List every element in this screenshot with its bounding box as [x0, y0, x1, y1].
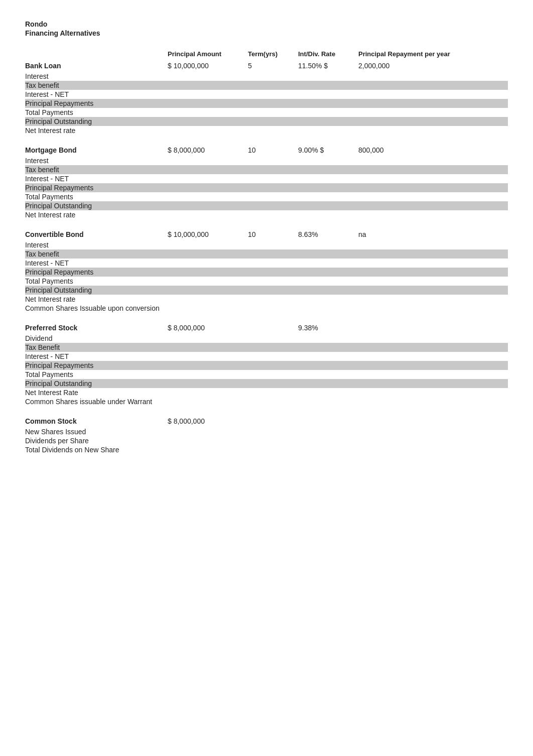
row-cell-mortgage-bond-5-0: [166, 201, 246, 210]
row-cell-mortgage-bond-1-2: [296, 165, 356, 174]
row-convertible-bond-5: Principal Outstanding: [25, 286, 508, 295]
repayment-common-stock: [356, 416, 508, 426]
row-common-stock-2: Total Dividends on New Share: [25, 445, 508, 454]
row-label-bank-loan-5: Principal Outstanding: [25, 117, 166, 126]
row-cell-bank-loan-3-0: [166, 99, 246, 108]
row-cell-convertible-bond-7-2: [296, 304, 356, 313]
company-name: Rondo: [25, 20, 508, 28]
row-cell-bank-loan-2-1: [246, 90, 296, 99]
header-col3: Term(yrs): [246, 49, 296, 59]
row-cell-bank-loan-1-2: [296, 81, 356, 90]
row-cell-convertible-bond-5-3: [356, 286, 508, 295]
row-bank-loan-5: Principal Outstanding: [25, 117, 508, 126]
row-label-convertible-bond-1: Tax benefit: [25, 249, 166, 259]
section-title-mortgage-bond: Mortgage Bond: [25, 145, 166, 155]
row-label-mortgage-bond-1: Tax benefit: [25, 165, 166, 174]
row-cell-convertible-bond-1-1: [246, 249, 296, 259]
repayment-convertible-bond: na: [356, 229, 508, 239]
section-header-bank-loan: Bank Loan$ 10,000,000511.50% $2,000,000: [25, 61, 508, 71]
row-cell-bank-loan-5-0: [166, 117, 246, 126]
row-label-mortgage-bond-6: Net Interest rate: [25, 210, 166, 219]
row-cell-preferred-stock-3-0: [166, 361, 246, 370]
row-cell-bank-loan-1-3: [356, 81, 508, 90]
row-mortgage-bond-0: Interest: [25, 156, 508, 165]
row-cell-preferred-stock-3-1: [246, 361, 296, 370]
row-cell-bank-loan-6-3: [356, 126, 508, 135]
row-label-preferred-stock-3: Principal Repayments: [25, 361, 166, 370]
row-cell-mortgage-bond-0-1: [246, 156, 296, 165]
row-cell-bank-loan-4-3: [356, 108, 508, 117]
row-cell-preferred-stock-2-1: [246, 352, 296, 361]
row-cell-mortgage-bond-4-3: [356, 192, 508, 201]
row-cell-preferred-stock-4-0: [166, 370, 246, 379]
header-col1: [25, 49, 166, 59]
section-bank-loan: Bank Loan$ 10,000,000511.50% $2,000,000I…: [25, 61, 508, 135]
row-cell-mortgage-bond-0-3: [356, 156, 508, 165]
row-cell-convertible-bond-6-2: [296, 295, 356, 304]
row-cell-bank-loan-1-1: [246, 81, 296, 90]
row-label-bank-loan-2: Interest - NET: [25, 90, 166, 99]
row-mortgage-bond-4: Total Payments: [25, 192, 508, 201]
row-cell-bank-loan-4-0: [166, 108, 246, 117]
rate-convertible-bond: 8.63%: [296, 229, 356, 239]
repayment-bank-loan: 2,000,000: [356, 61, 508, 71]
row-cell-mortgage-bond-4-0: [166, 192, 246, 201]
row-cell-common-stock-2-3: [356, 445, 508, 454]
row-cell-bank-loan-4-1: [246, 108, 296, 117]
row-cell-common-stock-0-1: [246, 427, 296, 436]
row-bank-loan-0: Interest: [25, 72, 508, 81]
row-cell-common-stock-0-0: [166, 427, 246, 436]
row-cell-bank-loan-0-1: [246, 72, 296, 81]
row-cell-convertible-bond-1-3: [356, 249, 508, 259]
row-cell-convertible-bond-2-1: [246, 259, 296, 268]
row-cell-bank-loan-3-2: [296, 99, 356, 108]
row-cell-bank-loan-6-2: [296, 126, 356, 135]
row-cell-bank-loan-6-0: [166, 126, 246, 135]
row-bank-loan-4: Total Payments: [25, 108, 508, 117]
row-cell-bank-loan-4-2: [296, 108, 356, 117]
row-convertible-bond-1: Tax benefit: [25, 249, 508, 259]
row-cell-preferred-stock-6-1: [246, 388, 296, 397]
row-cell-preferred-stock-1-0: [166, 343, 246, 352]
row-label-convertible-bond-5: Principal Outstanding: [25, 286, 166, 295]
row-cell-mortgage-bond-5-1: [246, 201, 296, 210]
sections-container: Bank Loan$ 10,000,000511.50% $2,000,000I…: [25, 61, 508, 454]
row-cell-preferred-stock-0-2: [296, 334, 356, 343]
principal-convertible-bond: $ 10,000,000: [166, 229, 246, 239]
row-cell-common-stock-0-2: [296, 427, 356, 436]
row-convertible-bond-6: Net Interest rate: [25, 295, 508, 304]
row-cell-preferred-stock-2-2: [296, 352, 356, 361]
row-bank-loan-2: Interest - NET: [25, 90, 508, 99]
row-mortgage-bond-1: Tax benefit: [25, 165, 508, 174]
row-mortgage-bond-2: Interest - NET: [25, 174, 508, 183]
rate-mortgage-bond: 9.00% $: [296, 145, 356, 155]
row-cell-bank-loan-2-3: [356, 90, 508, 99]
row-cell-convertible-bond-0-3: [356, 240, 508, 249]
row-cell-convertible-bond-4-2: [296, 277, 356, 286]
row-cell-preferred-stock-7-0: [166, 397, 246, 406]
section-header-convertible-bond: Convertible Bond$ 10,000,000108.63%na: [25, 229, 508, 239]
row-cell-convertible-bond-4-3: [356, 277, 508, 286]
row-cell-bank-loan-6-1: [246, 126, 296, 135]
row-cell-mortgage-bond-0-2: [296, 156, 356, 165]
section-header-mortgage-bond: Mortgage Bond$ 8,000,000109.00% $800,000: [25, 145, 508, 155]
term-convertible-bond: 10: [246, 229, 296, 239]
row-label-common-stock-0: New Shares Issued: [25, 427, 166, 436]
row-cell-mortgage-bond-1-3: [356, 165, 508, 174]
row-cell-convertible-bond-5-2: [296, 286, 356, 295]
row-cell-bank-loan-1-0: [166, 81, 246, 90]
repayment-mortgage-bond: 800,000: [356, 145, 508, 155]
term-common-stock: [246, 416, 296, 426]
rate-bank-loan: 11.50% $: [296, 61, 356, 71]
row-mortgage-bond-6: Net Interest rate: [25, 210, 508, 219]
section-title-bank-loan: Bank Loan: [25, 61, 166, 71]
row-label-preferred-stock-5: Principal Outstanding: [25, 379, 166, 388]
row-cell-preferred-stock-6-2: [296, 388, 356, 397]
term-bank-loan: 5: [246, 61, 296, 71]
row-cell-mortgage-bond-5-2: [296, 201, 356, 210]
header-col2: Principal Amount: [166, 49, 246, 59]
row-label-mortgage-bond-4: Total Payments: [25, 192, 166, 201]
term-preferred-stock: [246, 323, 296, 333]
row-cell-bank-loan-3-3: [356, 99, 508, 108]
row-label-bank-loan-3: Principal Repayments: [25, 99, 166, 108]
